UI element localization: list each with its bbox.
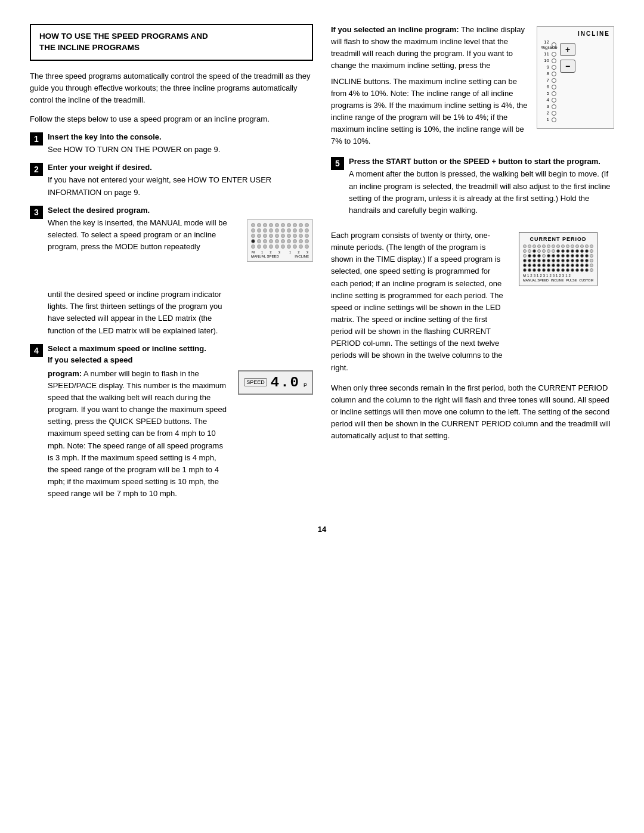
intro-para2: Follow the steps below to use a speed pr… xyxy=(30,113,313,125)
header-title: HOW TO USE THE SPEED PROGRAMS AND THE IN… xyxy=(39,31,304,54)
incline-section: If you selected an incline program: The … xyxy=(331,24,614,147)
step-5: 5 Press the START button or the SPEED + … xyxy=(331,157,614,222)
current-period-title: CURRENT PERIOD xyxy=(523,236,593,242)
step-4-title: Select a maximum speed or incline settin… xyxy=(48,344,313,353)
step-4-number: 4 xyxy=(30,344,43,357)
speed-display-value: 4.0 xyxy=(271,374,300,391)
step-3-body-after: until the desired speed or incline progr… xyxy=(48,289,241,337)
step-1-body: See HOW TO TURN ON THE POWER on page 9. xyxy=(48,144,313,156)
step-1: 1 Insert the key into the console. See H… xyxy=(30,132,313,156)
incline-plus-button[interactable]: + xyxy=(560,43,575,56)
incline-title-text: If you selected an incline program: xyxy=(331,25,459,34)
step-1-content: Insert the key into the console. See HOW… xyxy=(48,132,313,156)
section-header: HOW TO USE THE SPEED PROGRAMS AND THE IN… xyxy=(30,24,313,61)
step-1-title: Insert the key into the console. xyxy=(48,132,313,141)
step-3-inner: When the key is inserted, the MANUAL mod… xyxy=(48,217,313,337)
step-5-content: Press the START button or the SPEED + bu… xyxy=(349,157,614,222)
step-4: 4 Select a maximum speed or incline sett… xyxy=(30,344,313,500)
step-3-body-before: When the key is inserted, the MANUAL mod… xyxy=(48,217,241,253)
step-3-number: 3 xyxy=(30,206,43,219)
step-3-content: Select the desired program. When the key… xyxy=(48,206,313,337)
step-2-number: 2 xyxy=(30,163,43,176)
incline-body: INCLINE buttons. The maximum incline set… xyxy=(331,76,531,148)
page-container: HOW TO USE THE SPEED PROGRAMS AND THE IN… xyxy=(30,24,614,534)
intro-para1: The three speed programs automatically c… xyxy=(30,70,313,106)
incline-minus-button[interactable]: − xyxy=(560,60,575,73)
step-4-speed-label: program: A number will begin to flash in… xyxy=(48,368,227,500)
incline-diagram-title: INCLINE xyxy=(541,30,610,37)
step-2: 2 Enter your weight if desired. If you h… xyxy=(30,163,313,198)
page-number: 14 xyxy=(30,525,614,534)
step-2-title: Enter your weight if desired. xyxy=(48,163,313,172)
speed-display: SPEED 4.0 P xyxy=(238,368,313,395)
step-5-body1: A moment after the button is pressed, th… xyxy=(349,168,614,216)
step-4-inner: program: A number will begin to flash in… xyxy=(48,368,313,500)
speed-display-label: SPEED xyxy=(244,378,267,386)
step-2-body: If you have not entered your weight, see… xyxy=(48,174,313,198)
right-column: If you selected an incline program: The … xyxy=(331,24,614,507)
step-2-content: Enter your weight if desired. If you hav… xyxy=(48,163,313,198)
current-period-matrix: CURRENT PERIOD xyxy=(519,230,614,286)
speed-display-unit: P xyxy=(304,382,307,388)
step-5-title: Press the START button or the SPEED + bu… xyxy=(349,157,614,166)
main-content: HOW TO USE THE SPEED PROGRAMS AND THE IN… xyxy=(30,24,614,507)
step-5-body3: When only three seconds remain in the fi… xyxy=(331,382,614,442)
step-5-body2: Each program consists of twenty or thirt… xyxy=(331,230,507,374)
step-5-continued: Each program consists of twenty or thirt… xyxy=(331,230,614,374)
step-1-number: 1 xyxy=(30,132,43,145)
step-3: 3 Select the desired program. When the k… xyxy=(30,206,313,337)
speed-program-label: If you selected a speed xyxy=(48,355,132,364)
incline-intro: If you selected an incline program: The … xyxy=(331,24,531,72)
step-3-title: Select the desired program. xyxy=(48,206,313,215)
led-matrix-step3: M123123 MANUAL SPEEDINCLINE xyxy=(247,217,313,262)
left-column: HOW TO USE THE SPEED PROGRAMS AND THE IN… xyxy=(30,24,313,507)
step-4-content: Select a maximum speed or incline settin… xyxy=(48,344,313,500)
incline-diagram: INCLINE 12 %grade 11 10 9 8 7 6 5 xyxy=(531,24,614,129)
step-5-number: 5 xyxy=(331,157,344,170)
